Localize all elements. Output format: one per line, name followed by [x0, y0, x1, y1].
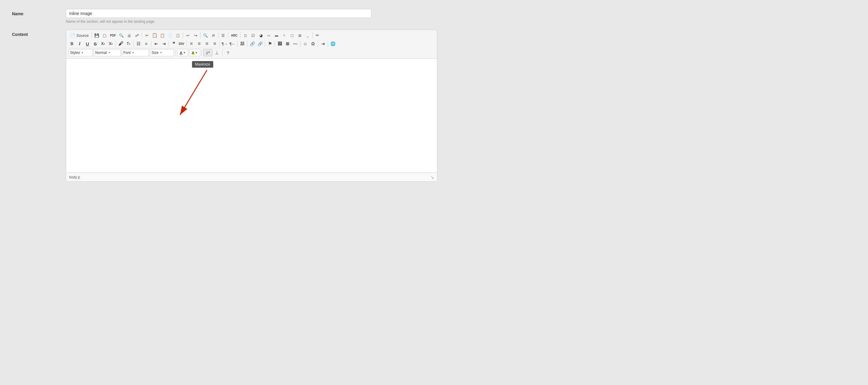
name-label: Name: [12, 9, 66, 16]
bold-button[interactable]: B: [68, 40, 76, 47]
checkbox-button[interactable]: ☑: [249, 32, 257, 39]
button-btn[interactable]: ▢: [288, 32, 296, 39]
help-button[interactable]: ?: [224, 49, 232, 56]
source-doc-icon: 📄: [70, 33, 75, 38]
size-label: Size: [152, 51, 158, 55]
align-right-button[interactable]: ≡: [203, 40, 211, 47]
pdf-button[interactable]: PDF: [108, 32, 117, 39]
select-all-button[interactable]: ☰: [219, 32, 227, 39]
paste-button[interactable]: 📋: [158, 32, 166, 39]
new-doc-button[interactable]: ▢: [101, 32, 108, 39]
bg-color-label: A: [192, 51, 194, 55]
textarea-button[interactable]: ▬: [273, 32, 280, 39]
sep20: [318, 41, 318, 47]
remove-format-button[interactable]: Tx: [125, 40, 132, 47]
form-button[interactable]: ◫: [241, 32, 249, 39]
underline-button[interactable]: U: [84, 40, 91, 47]
unordered-list-button[interactable]: ≡: [142, 40, 150, 47]
print-button[interactable]: 🖨: [125, 32, 133, 39]
source-button[interactable]: 📄 Source: [68, 32, 91, 39]
size-arrow-icon: ▼: [160, 51, 162, 54]
sep8: [312, 32, 313, 38]
iframe-button[interactable]: 🌐: [329, 40, 337, 47]
content-field-row: Content 📄 Source 💾 ▢: [12, 30, 856, 182]
special-char-button[interactable]: Ω: [309, 40, 317, 47]
pagebreak-button[interactable]: ⇥: [319, 40, 327, 47]
sep5: [218, 32, 218, 38]
language-button[interactable]: 話: [239, 40, 246, 47]
name-hint: Name of the section, will not appear in …: [66, 20, 856, 24]
hr-button[interactable]: ―: [291, 40, 299, 47]
font-label: Font: [123, 51, 131, 55]
anchor-button[interactable]: ⚑: [266, 40, 274, 47]
spellcheck-button[interactable]: ABC: [229, 32, 239, 39]
maximize-button[interactable]: ⥂: [204, 49, 212, 56]
font-select[interactable]: Font ▼: [122, 49, 149, 56]
bg-color-button[interactable]: A ▼: [189, 49, 200, 56]
radio-button[interactable]: ◕: [257, 32, 265, 39]
align-left-button[interactable]: ≡: [187, 40, 195, 47]
paste-plain-button[interactable]: 📄: [166, 32, 174, 39]
copy-button[interactable]: 📋: [151, 32, 158, 39]
bidi-rtl-button[interactable]: ¶←: [228, 40, 236, 47]
normal-select[interactable]: Normal ▼: [94, 49, 121, 56]
undo-button[interactable]: ↩: [184, 32, 192, 39]
sep19: [300, 41, 301, 47]
cut-button[interactable]: ✂: [143, 32, 151, 39]
redo-button[interactable]: ↪: [192, 32, 199, 39]
bidi-ltr-button[interactable]: ¶→: [221, 40, 228, 47]
align-center-button[interactable]: ≡: [195, 40, 203, 47]
select-button[interactable]: ▿: [280, 32, 288, 39]
paste-word-button[interactable]: 📋: [174, 32, 182, 39]
smiley-button[interactable]: ☺: [301, 40, 309, 47]
superscript-button[interactable]: X2: [107, 40, 115, 47]
save-button[interactable]: 💾: [93, 32, 101, 39]
page: Name Name of the section, will not appea…: [0, 0, 868, 385]
table-button[interactable]: ⊞: [284, 40, 291, 47]
replace-button[interactable]: ⇄: [209, 32, 217, 39]
find-button[interactable]: 🔍: [202, 32, 209, 39]
outdent-button[interactable]: ⇤: [152, 40, 160, 47]
font-color-button[interactable]: A ▼: [177, 49, 188, 56]
strikethrough-button[interactable]: S: [91, 40, 99, 47]
sep17: [265, 41, 265, 47]
font-arrow-icon: ▼: [132, 51, 134, 54]
sep9: [116, 41, 116, 47]
edit-button[interactable]: ✏: [314, 32, 321, 39]
link-button[interactable]: 🔗: [248, 40, 256, 47]
bg-color-arrow: ▼: [195, 51, 198, 54]
hiddenfield-button[interactable]: ⎯: [304, 32, 311, 39]
italic-button[interactable]: I: [76, 40, 84, 47]
toolbar-row-3: Styles ▼ Normal ▼ Font ▼: [68, 48, 232, 57]
imagebutton-button[interactable]: ▤: [296, 32, 304, 39]
textfield-button[interactable]: ▭: [265, 32, 273, 39]
show-blocks-button[interactable]: ⊥: [213, 49, 221, 56]
resize-handle[interactable]: ↘: [430, 174, 434, 180]
templates-button[interactable]: ☍: [133, 32, 141, 39]
sep6: [228, 32, 228, 38]
name-field-content: Name of the section, will not appear in …: [66, 9, 856, 24]
name-field-row: Name Name of the section, will not appea…: [12, 9, 856, 24]
color-picker-button[interactable]: 🖌: [117, 40, 125, 47]
status-path: body p: [69, 175, 80, 179]
size-select[interactable]: Size ▼: [150, 49, 174, 56]
sep3: [183, 32, 183, 38]
normal-label: Normal: [95, 51, 107, 55]
unlink-button[interactable]: 🔗: [256, 40, 264, 47]
blockquote-button[interactable]: ❝: [170, 40, 178, 47]
image-button[interactable]: 🖼: [276, 40, 284, 47]
tooltip-container: Maximize: [192, 61, 213, 68]
sep7: [240, 32, 241, 38]
preview-button[interactable]: 🔍: [117, 32, 125, 39]
editor-area[interactable]: Maximize: [66, 59, 437, 172]
styles-select[interactable]: Styles ▼: [69, 49, 93, 56]
editor-statusbar: body p ↘: [66, 172, 437, 182]
justify-button[interactable]: ≡: [211, 40, 219, 47]
ordered-list-button[interactable]: ☷: [134, 40, 142, 47]
name-input[interactable]: [66, 9, 371, 18]
creatediv-button[interactable]: DIV: [178, 40, 185, 47]
sep15: [237, 41, 238, 47]
indent-button[interactable]: ⇥: [160, 40, 168, 47]
subscript-button[interactable]: X2: [99, 40, 107, 47]
tooltip-box: Maximize: [192, 61, 213, 68]
